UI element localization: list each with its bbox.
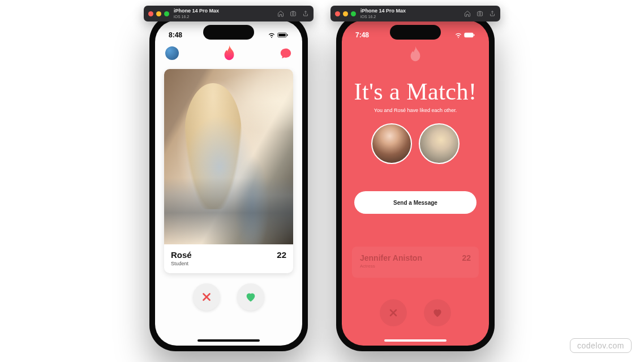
ghost-nope-button [380, 299, 407, 326]
watermark: codelov.com [570, 338, 632, 353]
phone-frame: 8:48 Rosé [149, 15, 308, 351]
like-button[interactable] [237, 283, 264, 311]
simulator-right: iPhone 14 Pro Max iOS 16.2 7:48 [336, 6, 495, 351]
window-controls[interactable] [148, 11, 169, 16]
window-zoom-icon[interactable] [351, 11, 356, 16]
svg-rect-9 [474, 34, 475, 36]
top-nav [155, 44, 302, 66]
home-icon[interactable] [464, 10, 471, 17]
heart-icon [244, 291, 257, 303]
send-message-button[interactable]: Send a Message [354, 191, 476, 214]
device-name: iPhone 14 Pro Max [174, 8, 219, 14]
share-icon[interactable] [489, 10, 496, 17]
device-name: iPhone 14 Pro Max [360, 8, 406, 14]
tinder-logo-icon[interactable] [222, 45, 236, 61]
window-minimize-icon[interactable] [156, 11, 161, 16]
status-time: 7:48 [355, 31, 369, 39]
home-indicator[interactable] [198, 339, 260, 342]
svg-rect-5 [478, 12, 483, 16]
simulator-titlebar[interactable]: iPhone 14 Pro Max iOS 16.2 [144, 6, 314, 21]
nope-button[interactable] [193, 283, 220, 311]
home-indicator[interactable] [384, 339, 446, 342]
screenshot-icon[interactable] [476, 10, 483, 17]
profile-age: 22 [277, 250, 286, 260]
x-icon [200, 291, 213, 303]
match-title: It's a Match! [342, 78, 489, 105]
svg-point-1 [292, 13, 294, 15]
send-message-label: Send a Message [393, 200, 437, 206]
os-version: iOS 16.2 [360, 15, 406, 19]
svg-rect-8 [465, 34, 472, 37]
match-avatar-you [371, 123, 412, 164]
profile-name: Rosé [171, 250, 192, 260]
screenshot-icon[interactable] [290, 10, 297, 17]
phone-screen: 7:48 It's a Match! You and Rosé have lik… [342, 20, 489, 346]
battery-icon [464, 32, 475, 38]
svg-rect-4 [287, 34, 288, 36]
dynamic-island [203, 25, 254, 40]
profile-photo[interactable] [164, 69, 293, 244]
action-bar [155, 283, 302, 311]
simulator-left: iPhone 14 Pro Max iOS 16.2 8:48 [149, 6, 308, 351]
simulator-title: iPhone 14 Pro Max iOS 16.2 [174, 8, 219, 19]
x-icon [388, 307, 399, 318]
battery-icon [277, 32, 289, 38]
ghost-subtitle: Actress [360, 264, 422, 269]
share-icon[interactable] [302, 10, 309, 17]
profile-subtitle: Student [171, 261, 192, 266]
background-logo [342, 44, 489, 62]
status-time: 8:48 [169, 31, 182, 39]
wifi-icon [454, 32, 462, 38]
heart-icon [432, 307, 443, 318]
home-icon[interactable] [277, 10, 284, 17]
window-controls[interactable] [335, 11, 356, 16]
window-close-icon[interactable] [148, 11, 153, 16]
simulator-titlebar[interactable]: iPhone 14 Pro Max iOS 16.2 [330, 6, 500, 21]
background-actions [342, 299, 489, 326]
ghost-like-button [424, 299, 451, 326]
match-avatars [342, 123, 489, 164]
phone-frame: 7:48 It's a Match! You and Rosé have lik… [336, 15, 495, 351]
dynamic-island [390, 25, 441, 40]
profile-avatar[interactable] [165, 46, 179, 60]
chat-icon[interactable] [280, 47, 292, 59]
svg-point-6 [479, 13, 481, 15]
profile-card[interactable]: Rosé Student 22 [164, 69, 293, 273]
simulator-title: iPhone 14 Pro Max iOS 16.2 [360, 8, 406, 19]
ghost-age: 22 [462, 253, 471, 262]
match-subtitle: You and Rosé have liked each other. [342, 107, 489, 113]
ghost-name: Jennifer Aniston [360, 253, 422, 262]
card-area: Rosé Student 22 [155, 66, 302, 273]
background-card: Jennifer Aniston Actress 22 [352, 247, 479, 278]
match-avatar-them [419, 123, 460, 164]
wifi-icon [268, 32, 276, 38]
profile-meta: Rosé Student 22 [164, 244, 293, 273]
svg-rect-0 [291, 12, 296, 16]
svg-rect-3 [278, 34, 285, 37]
window-zoom-icon[interactable] [164, 11, 169, 16]
window-close-icon[interactable] [335, 11, 340, 16]
window-minimize-icon[interactable] [343, 11, 348, 16]
os-version: iOS 16.2 [174, 15, 219, 19]
phone-screen: 8:48 Rosé [155, 20, 302, 346]
